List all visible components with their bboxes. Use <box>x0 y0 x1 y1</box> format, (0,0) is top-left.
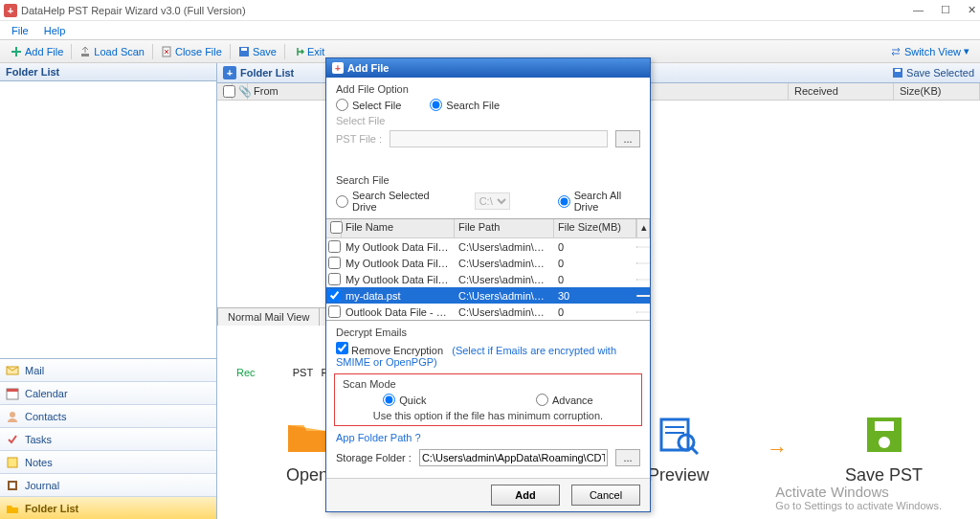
dialog-title-bar[interactable]: +Add File <box>326 58 650 78</box>
close-icon[interactable]: ✕ <box>968 4 976 16</box>
svg-point-24 <box>879 437 890 448</box>
col-size[interactable]: Size(KB) <box>894 83 980 100</box>
switch-view-button[interactable]: Switch View ▾ <box>883 42 976 60</box>
maximize-icon[interactable]: ☐ <box>941 4 950 16</box>
pst-file-label: PST File : <box>336 133 382 145</box>
menu-bar: File Help <box>0 21 980 40</box>
tab-normal-mail[interactable]: Normal Mail View <box>217 307 320 326</box>
col-header-name[interactable]: File Name <box>342 219 455 237</box>
cancel-button[interactable]: Cancel <box>571 485 640 506</box>
svg-rect-12 <box>10 483 15 488</box>
storage-folder-input[interactable] <box>419 449 608 466</box>
pst-file-input <box>390 130 608 147</box>
svg-rect-10 <box>8 458 17 467</box>
decrypt-label: Decrypt Emails <box>336 327 640 338</box>
arrow-icon: → <box>767 437 788 462</box>
radio-scan-advance[interactable]: Advance <box>536 394 593 406</box>
menu-help[interactable]: Help <box>38 23 72 38</box>
col-check[interactable] <box>217 83 233 100</box>
svg-rect-14 <box>895 69 901 72</box>
save-button[interactable]: Save <box>232 43 283 60</box>
folder-tree <box>0 81 216 359</box>
radio-select-file[interactable]: Select File <box>336 99 401 111</box>
drive-select: C:\ <box>475 192 510 210</box>
folder-list-header: Folder List <box>0 63 216 81</box>
col-header-size[interactable]: File Size(MB) <box>554 219 636 237</box>
add-file-dialog: +Add File Add File Option Select File Se… <box>325 57 651 512</box>
step-save: Save PST <box>845 412 923 485</box>
nav-notes[interactable]: Notes <box>0 451 216 474</box>
file-table: File Name File Path File Size(MB) ▴ My O… <box>326 218 650 321</box>
svg-point-9 <box>10 412 15 417</box>
save-selected-button[interactable]: Save Selected <box>892 67 974 79</box>
svg-rect-23 <box>875 421 894 431</box>
table-row[interactable]: my-data.pstC:\Users\admin\Docume...30 <box>326 287 650 304</box>
col-header-path[interactable]: File Path <box>455 219 554 237</box>
scan-hint: Use this option if the file has minimum … <box>343 410 634 421</box>
nav-tasks[interactable]: Tasks <box>0 428 216 451</box>
search-file-label: Search File <box>336 174 640 186</box>
select-file-label: Select File <box>336 115 640 126</box>
nav-calendar[interactable]: Calendar <box>0 382 216 405</box>
scroll-up-icon[interactable]: ▴ <box>636 219 650 237</box>
browse-storage-button[interactable]: ... <box>615 449 640 466</box>
col-received[interactable]: Received <box>789 83 894 100</box>
window-title: DataHelp PST Repair Wizard v3.0 (Full Ve… <box>21 5 246 16</box>
storage-folder-label: Storage Folder : <box>336 452 412 463</box>
left-panel: Folder List Mail Calendar Contacts Tasks… <box>0 63 217 519</box>
step-preview: Preview <box>648 412 709 485</box>
table-row[interactable]: My Outlook Data File(1).pstC:\Users\admi… <box>326 238 650 255</box>
nav-folder-list[interactable]: Folder List <box>0 497 216 519</box>
table-row[interactable]: My Outlook Data File(2).pstC:\Users\admi… <box>326 255 650 271</box>
svg-rect-2 <box>81 54 89 56</box>
app-folder-path-link[interactable]: App Folder Path ? <box>336 432 640 443</box>
add-file-button[interactable]: Add File <box>4 43 70 60</box>
radio-search-all-drive[interactable]: Search All Drive <box>558 190 640 213</box>
svg-rect-8 <box>7 389 18 392</box>
svg-line-21 <box>692 448 698 454</box>
radio-search-file[interactable]: Search File <box>430 99 500 111</box>
nav-contacts[interactable]: Contacts <box>0 405 216 428</box>
browse-pst-button[interactable]: ... <box>615 130 640 147</box>
close-file-button[interactable]: Close File <box>154 43 229 60</box>
table-row[interactable]: My Outlook Data File(23)....C:\Users\adm… <box>326 271 650 287</box>
add-file-option-label: Add File Option <box>336 83 640 95</box>
menu-file[interactable]: File <box>6 23 34 38</box>
add-button[interactable]: Add <box>491 485 560 506</box>
svg-rect-5 <box>241 48 247 51</box>
col-header-check[interactable] <box>326 219 342 237</box>
table-row[interactable]: Outlook Data File - a1.pstC:\Users\admin… <box>326 304 650 320</box>
scan-mode-group: Scan Mode Quick Advance Use this option … <box>334 373 642 426</box>
svg-point-20 <box>679 435 694 450</box>
remove-encryption-checkbox[interactable]: Remove Encryption <box>336 345 443 356</box>
nav-journal[interactable]: Journal <box>0 474 216 497</box>
activate-windows: Activate Windows Go to Settings to activ… <box>775 484 942 511</box>
radio-search-selected-drive[interactable]: Search Selected Drive <box>336 190 446 213</box>
svg-rect-1 <box>11 51 21 53</box>
minimize-icon[interactable]: — <box>913 4 924 16</box>
step-open: Open <box>284 412 330 485</box>
col-attachment-icon[interactable]: 📎 <box>233 83 248 100</box>
app-icon: + <box>4 4 17 17</box>
dropdown-icon: ▾ <box>964 45 969 57</box>
title-bar: + DataHelp PST Repair Wizard v3.0 (Full … <box>0 0 980 21</box>
nav-mail[interactable]: Mail <box>0 359 216 382</box>
nav-list: Mail Calendar Contacts Tasks Notes Journ… <box>0 359 216 519</box>
content-header: Folder List <box>240 67 294 79</box>
radio-scan-quick[interactable]: Quick <box>383 394 426 406</box>
folder-list-icon: + <box>223 66 236 79</box>
load-scan-button[interactable]: Load Scan <box>73 43 151 60</box>
